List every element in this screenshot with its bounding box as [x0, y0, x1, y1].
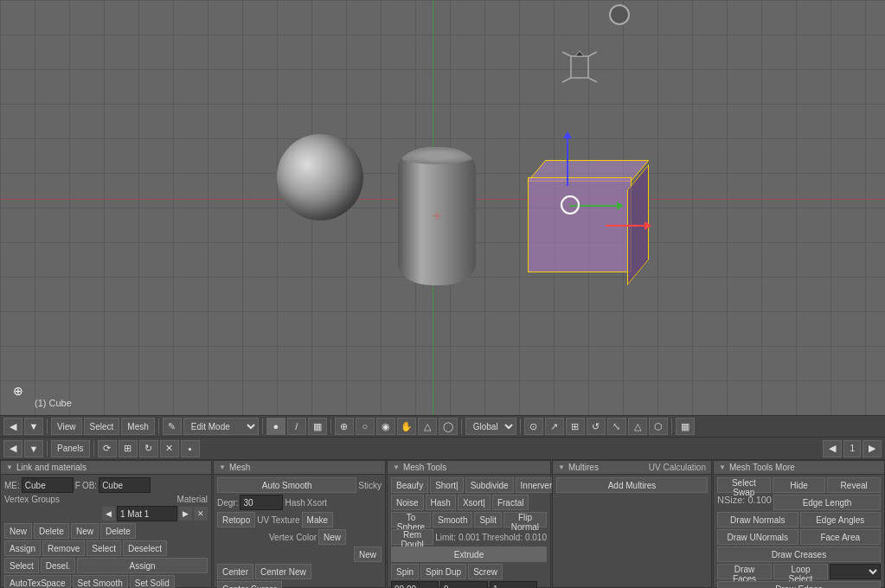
rotate-icon[interactable]: ↺: [587, 418, 606, 435]
transform-icon[interactable]: △: [628, 418, 647, 435]
panel-icon2[interactable]: ⊞: [119, 440, 138, 457]
draw-normals-btn[interactable]: Draw Normals: [717, 512, 798, 527]
snap-btn[interactable]: ⊕: [335, 418, 354, 435]
mat-next-btn[interactable]: ▶: [179, 507, 192, 521]
flip-normal-btn[interactable]: Flip Normal: [503, 512, 547, 527]
mat-input[interactable]: [117, 506, 177, 521]
panel-bar-icon1[interactable]: ◀: [3, 440, 22, 457]
beauty-btn[interactable]: Beaufy: [391, 477, 428, 493]
desel-btn[interactable]: Desel.: [41, 558, 75, 573]
occlude-btn[interactable]: ◉: [376, 418, 395, 435]
edge-angles-btn[interactable]: Edge Angles: [800, 512, 882, 527]
degr-mt-input[interactable]: [391, 581, 439, 588]
hash2-btn[interactable]: Hash: [426, 495, 456, 510]
edge-length-btn[interactable]: Edge Length: [773, 495, 881, 510]
new-btn-1[interactable]: New: [4, 523, 32, 539]
pivot-select[interactable]: Global Local: [465, 418, 516, 435]
center-btn[interactable]: Center: [217, 564, 253, 579]
render-icon[interactable]: ▦: [676, 418, 695, 435]
scale-icon[interactable]: ⤡: [607, 418, 626, 435]
remove-btn[interactable]: Remove: [42, 540, 85, 556]
select-btn[interactable]: Select: [87, 540, 121, 556]
make-btn[interactable]: Make: [302, 512, 333, 527]
spin-btn[interactable]: Spin: [391, 564, 419, 579]
auto-smooth-btn[interactable]: Auto Smooth: [217, 477, 356, 493]
fractal-btn[interactable]: Fractal: [492, 495, 529, 510]
center-cursor-btn[interactable]: Center Cursor: [217, 581, 282, 588]
mat-prev-btn[interactable]: ◀: [102, 507, 115, 521]
select-btn-2[interactable]: Select: [4, 558, 39, 573]
add-multires-btn[interactable]: Add Multires: [556, 477, 708, 493]
view-icon[interactable]: ↗: [545, 418, 564, 435]
panel-icon3[interactable]: ↻: [139, 440, 158, 457]
face-area-btn[interactable]: Face Area: [800, 529, 882, 545]
draw-vnormals-btn[interactable]: Draw UNormals: [717, 529, 798, 545]
retopo-btn[interactable]: Retopo: [217, 512, 255, 527]
loop-select-btn[interactable]: Loop Select: [773, 564, 828, 579]
extrude-btn[interactable]: Extrude: [391, 546, 547, 562]
vertex-mode-btn[interactable]: ●: [266, 418, 285, 435]
navigation-circle[interactable]: [609, 4, 630, 25]
new-uv-btn[interactable]: New: [318, 529, 346, 545]
delete-btn-2[interactable]: Delete: [100, 523, 136, 539]
select-swap-btn[interactable]: Select Swap: [717, 477, 771, 493]
select-menu-btn[interactable]: Select: [84, 418, 120, 435]
frame-number[interactable]: 1: [843, 440, 861, 457]
to-sphere-btn[interactable]: To Sphere: [391, 512, 431, 527]
circle-btn[interactable]: ◯: [439, 418, 458, 435]
assign-btn[interactable]: Assign: [4, 540, 41, 556]
smooth2-btn[interactable]: Smooth: [433, 512, 472, 527]
short-btn[interactable]: Short|: [430, 477, 464, 493]
draw-faces-btn[interactable]: Draw Faces: [717, 564, 772, 579]
xsort2-btn[interactable]: Xsort|: [458, 495, 491, 510]
me-input[interactable]: [22, 477, 74, 493]
mesh-menu-btn[interactable]: Mesh: [121, 418, 154, 435]
center-new-btn[interactable]: Center New: [255, 564, 311, 579]
view-menu-btn[interactable]: View: [51, 418, 82, 435]
loop-select-dropdown[interactable]: [830, 564, 881, 579]
panel-bar-icon2[interactable]: ▼: [24, 440, 43, 457]
ob-input[interactable]: [99, 477, 151, 493]
deselect-btn[interactable]: Deselect: [123, 540, 167, 556]
panel-icon4[interactable]: ✕: [160, 440, 179, 457]
steps-mt-input[interactable]: [440, 581, 488, 588]
panel-icon5[interactable]: ▪: [181, 440, 200, 457]
panel-icon1[interactable]: ⟳: [98, 440, 117, 457]
turns-mt-input[interactable]: [490, 581, 537, 588]
subdivide-btn[interactable]: Subdivide: [465, 477, 514, 493]
degr-input[interactable]: [240, 495, 283, 510]
viewport[interactable]: ⊕ (1) Cube: [0, 0, 885, 415]
draw-creases-btn[interactable]: Draw Creases: [717, 546, 881, 562]
manip-btn[interactable]: ⊙: [524, 418, 543, 435]
autotexspace-btn[interactable]: AutoTexSpace: [4, 575, 71, 588]
prev-frame-btn[interactable]: ◀: [823, 440, 842, 457]
rem-double-btn[interactable]: Rem Doubl: [391, 529, 433, 545]
set-solid-btn[interactable]: Set Solid: [130, 575, 175, 588]
edge-mode-btn[interactable]: /: [287, 418, 306, 435]
screw-btn[interactable]: Screw: [468, 564, 503, 579]
spin-dup-btn[interactable]: Spin Dup: [420, 564, 466, 579]
delete-btn-1[interactable]: Delete: [34, 523, 69, 539]
header-icon-2[interactable]: ▼: [24, 418, 43, 435]
mat-x-btn[interactable]: ✕: [194, 507, 208, 521]
camera-icon: [558, 48, 601, 91]
reveal-btn[interactable]: Reveal: [827, 477, 881, 493]
face-mode-btn[interactable]: ▦: [308, 418, 327, 435]
set-smooth-btn[interactable]: Set Smooth: [73, 575, 128, 588]
new-btn-2[interactable]: New: [71, 523, 99, 539]
triangle-btn[interactable]: △: [418, 418, 437, 435]
draw-edges-btn[interactable]: Draw Edges: [717, 581, 881, 588]
split-btn[interactable]: Split: [474, 512, 501, 527]
next-frame-btn[interactable]: ▶: [863, 440, 882, 457]
proportional-btn[interactable]: ○: [356, 418, 375, 435]
edit-mode-select[interactable]: Edit Mode Object Mode: [183, 418, 259, 435]
cursor-btn[interactable]: ✋: [397, 418, 416, 435]
extra-icon[interactable]: ⬡: [649, 418, 668, 435]
panels-label[interactable]: Panels: [51, 440, 90, 457]
tools-icon[interactable]: ⊞: [566, 418, 585, 435]
assign-btn-2[interactable]: Assign: [77, 558, 208, 573]
new-vc-btn[interactable]: New: [354, 546, 382, 562]
noise-btn[interactable]: Noise: [391, 495, 424, 510]
header-icon-1[interactable]: ◀: [3, 418, 22, 435]
hide-btn[interactable]: Hide: [773, 477, 826, 493]
